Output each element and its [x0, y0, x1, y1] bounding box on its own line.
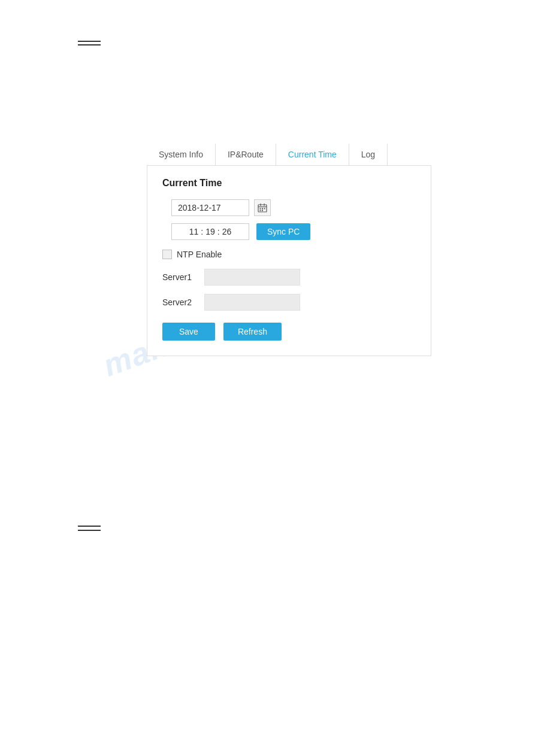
action-row: Save Refresh	[162, 323, 416, 341]
svg-rect-5	[262, 208, 263, 210]
server2-input[interactable]	[204, 294, 300, 311]
time-row: 11 : 19 : 26 Sync PC	[171, 223, 416, 240]
tab-ip-route[interactable]: IP&Route	[216, 144, 276, 165]
server2-row: Server2	[162, 294, 416, 311]
top-line-2	[78, 44, 101, 45]
refresh-button[interactable]: Refresh	[223, 323, 282, 341]
time-hours: 11	[189, 227, 199, 236]
top-line-1	[78, 41, 101, 42]
panel-body: Current Time	[147, 166, 431, 356]
tab-current-time[interactable]: Current Time	[276, 144, 349, 165]
bottom-decoration	[78, 526, 101, 531]
bottom-line-2	[78, 530, 101, 531]
tab-system-info[interactable]: System Info	[147, 144, 216, 165]
tab-bar: System Info IP&Route Current Time Log	[147, 144, 431, 166]
svg-rect-4	[260, 208, 261, 210]
svg-rect-7	[260, 210, 261, 211]
ntp-enable-row: NTP Enable	[162, 250, 416, 259]
bottom-line-1	[78, 526, 101, 527]
main-panel: System Info IP&Route Current Time Log Cu…	[147, 144, 431, 356]
save-button[interactable]: Save	[162, 323, 215, 341]
time-sep-1: :	[201, 227, 203, 236]
date-row	[171, 199, 416, 216]
server1-input[interactable]	[204, 269, 300, 286]
server1-label: Server1	[162, 272, 204, 282]
svg-rect-6	[264, 208, 265, 210]
server1-row: Server1	[162, 269, 416, 286]
tab-log[interactable]: Log	[349, 144, 388, 165]
time-minutes: 19	[205, 227, 215, 236]
server2-label: Server2	[162, 297, 204, 307]
panel-title: Current Time	[162, 178, 416, 189]
top-decoration	[78, 41, 101, 45]
date-input[interactable]	[171, 199, 249, 216]
svg-rect-8	[262, 210, 263, 211]
sync-pc-button[interactable]: Sync PC	[256, 223, 310, 240]
time-seconds: 26	[222, 227, 232, 236]
ntp-enable-label: NTP Enable	[177, 250, 222, 259]
ntp-enable-checkbox[interactable]	[162, 250, 172, 259]
time-sep-2: :	[217, 227, 220, 236]
calendar-icon[interactable]	[254, 199, 271, 216]
time-display: 11 : 19 : 26	[171, 223, 249, 240]
